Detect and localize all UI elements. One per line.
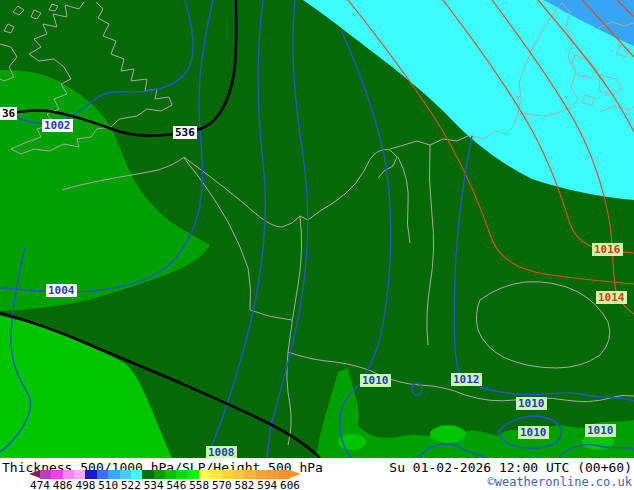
scale-cell (120, 470, 131, 479)
scale-cell (222, 470, 233, 479)
copyright-link[interactable]: ©weatheronline.co.uk (488, 475, 633, 489)
scale-tick-label: 570 (212, 479, 232, 490)
scale-cell (108, 470, 119, 479)
scale-tick-label: 522 (121, 479, 141, 490)
scale-cell (279, 470, 290, 479)
scale-cell (51, 470, 62, 479)
scale-cell (267, 470, 278, 479)
scale-cell (154, 470, 165, 479)
scale-tick-label: 474 (30, 479, 50, 490)
scale-ticks: 474486498510522534546558570582594606 (40, 479, 290, 490)
scale-tick-label: 582 (235, 479, 255, 490)
scale-cell (63, 470, 74, 479)
map-canvas (0, 0, 634, 458)
thickness-color-scale: 474486498510522534546558570582594606 (29, 470, 301, 490)
scale-cell (244, 470, 255, 479)
scale-tick-label: 534 (144, 479, 164, 490)
legend-datetime: Su 01-02-2026 12:00 UTC (00+60) (389, 460, 632, 475)
scale-cell (176, 470, 187, 479)
scale-cell (142, 470, 153, 479)
scale-cell (210, 470, 221, 479)
scale-tick-label: 606 (280, 479, 300, 490)
scale-tick-label: 498 (76, 479, 96, 490)
scale-cell (165, 470, 176, 479)
scale-cell (233, 470, 244, 479)
weather-chart-page: 3610025361004100810101012101010101010101… (0, 0, 634, 490)
scale-tick-label: 594 (257, 479, 277, 490)
scale-bar (40, 470, 290, 479)
scale-cell (131, 470, 142, 479)
legend-bar: Thickness 500/1000 hPa/SLP/Height 500 hP… (0, 458, 634, 490)
scale-tick-label: 510 (98, 479, 118, 490)
scale-tick-label: 546 (166, 479, 186, 490)
scale-tick-label: 558 (189, 479, 209, 490)
scale-cell (188, 470, 199, 479)
scale-cell (74, 470, 85, 479)
thickness-patch-bright (430, 425, 466, 443)
weather-map: 3610025361004100810101012101010101010101… (0, 0, 634, 458)
scale-cell (85, 470, 96, 479)
scale-cell (199, 470, 210, 479)
scale-cell (256, 470, 267, 479)
scale-tick-label: 486 (53, 479, 73, 490)
scale-arrow-left (29, 470, 40, 478)
scale-cell (97, 470, 108, 479)
scale-arrow-right (290, 470, 301, 478)
scale-cell (40, 470, 51, 479)
